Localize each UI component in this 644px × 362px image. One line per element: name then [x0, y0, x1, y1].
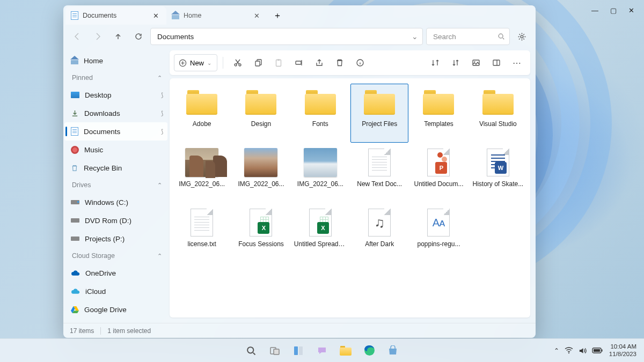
icloud-icon	[71, 289, 80, 294]
tray-chevron-icon[interactable]: ⌃	[554, 347, 559, 354]
nav-refresh-button[interactable]	[130, 28, 147, 45]
new-button[interactable]: New⌄	[174, 54, 217, 71]
nav-back-button[interactable]	[69, 28, 86, 45]
volume-icon[interactable]	[579, 347, 587, 354]
taskbar-explorer[interactable]	[335, 341, 356, 361]
file-item[interactable]: XFocus Sessions	[232, 204, 290, 263]
folder-item[interactable]: Project Files	[350, 84, 408, 143]
new-tab-button[interactable]: ＋	[269, 8, 286, 24]
chevron-down-icon[interactable]: ⌄	[412, 32, 418, 41]
sidebar-item-music[interactable]: Music	[64, 141, 167, 159]
file-item[interactable]: XUntitled Spreads...	[291, 204, 349, 263]
file-item[interactable]: license.txt	[173, 204, 231, 263]
wifi-icon[interactable]	[565, 347, 573, 354]
file-item[interactable]: IMG_2022_06...	[232, 144, 290, 203]
nav-up-button[interactable]	[109, 28, 127, 45]
sidebar-section-pinned[interactable]: Pinned⌃	[64, 70, 167, 86]
folder-item[interactable]: Adobe	[173, 84, 231, 143]
taskbar-edge[interactable]	[359, 341, 379, 361]
nav-forward-button[interactable]	[89, 28, 106, 45]
taskbar-store[interactable]	[383, 341, 403, 361]
folder-item[interactable]: Visual Studio	[469, 84, 527, 143]
sidebar-section-drives[interactable]: Drives⌃	[64, 177, 167, 193]
search-input[interactable]: Search	[426, 28, 510, 45]
tab-close-button[interactable]: ✕	[151, 11, 160, 20]
file-item[interactable]: New Text Doc...	[350, 144, 408, 203]
tab-close-button[interactable]: ✕	[252, 11, 261, 20]
sidebar-item-recyclebin[interactable]: Recycle Bin	[64, 159, 167, 177]
window-minimize-button[interactable]: —	[591, 6, 598, 14]
cut-button[interactable]	[229, 54, 247, 72]
taskbar-widgets[interactable]	[288, 341, 309, 361]
taskbar-chat[interactable]	[312, 341, 332, 361]
separator	[100, 327, 101, 335]
window-close-button[interactable]: ✕	[628, 6, 634, 14]
tab-home[interactable]: Home ✕	[166, 6, 267, 25]
svg-point-5	[239, 64, 241, 66]
sort-button[interactable]	[426, 54, 444, 72]
item-label: Focus Sessions	[238, 240, 284, 248]
svg-rect-22	[594, 349, 600, 352]
file-item[interactable]: IMG_2022_06...	[291, 144, 349, 203]
preview-pane-button[interactable]	[467, 54, 485, 72]
file-item[interactable]: PUntitled Docum...	[409, 144, 467, 203]
file-item[interactable]: WHistory of Skate...	[469, 144, 527, 203]
file-item[interactable]: IMG_2022_06...	[173, 144, 231, 203]
more-button[interactable]: ⋯	[508, 54, 526, 72]
rename-button[interactable]	[290, 54, 308, 72]
sidebar-item-downloads[interactable]: Downloads⟆	[64, 104, 167, 122]
nav-toolbar: Documents ⌄ Search	[63, 26, 536, 50]
sidebar-item-onedrive[interactable]: OneDrive	[64, 264, 167, 282]
tab-label: Documents	[83, 12, 116, 19]
taskbar-search[interactable]	[241, 341, 261, 361]
delete-button[interactable]	[331, 54, 349, 72]
folder-item[interactable]: Design	[232, 84, 290, 143]
folder-item[interactable]: Fonts	[291, 84, 349, 143]
item-label: New Text Doc...	[357, 180, 402, 188]
window-maximize-button[interactable]: ▢	[610, 6, 617, 14]
file-item[interactable]: After Dark	[350, 204, 408, 263]
status-item-count: 17 items	[70, 327, 94, 335]
separator	[223, 57, 223, 69]
sidebar-item-documents[interactable]: Documents⟆	[64, 122, 167, 141]
sidebar-item-googledrive[interactable]: Google Drive	[64, 300, 167, 319]
pin-icon[interactable]: ⟆	[161, 110, 163, 117]
taskbar-taskview[interactable]	[265, 341, 285, 361]
paste-button[interactable]	[269, 54, 288, 72]
properties-button[interactable]	[351, 54, 369, 72]
tab-documents[interactable]: Documents ✕	[65, 6, 166, 25]
item-label: Project Files	[362, 120, 397, 128]
battery-icon[interactable]	[592, 348, 603, 353]
sidebar-item-drive-p[interactable]: Projects (P:)	[64, 230, 167, 248]
folder-icon	[363, 87, 396, 117]
item-label: IMG_2022_06...	[238, 180, 284, 188]
details-pane-button[interactable]	[487, 54, 506, 72]
pin-icon[interactable]: ⟆	[161, 128, 163, 135]
file-grid[interactable]: AdobeDesignFontsProject FilesTemplatesVi…	[170, 78, 530, 317]
svg-point-12	[474, 61, 475, 62]
chevron-up-icon: ⌃	[157, 75, 162, 82]
taskbar[interactable]: ⌃ 10:04 AM 11/8/2023	[0, 338, 644, 362]
settings-button[interactable]	[513, 28, 530, 45]
sidebar-home[interactable]: Home	[64, 51, 167, 70]
item-label: Adobe	[193, 120, 211, 128]
file-item[interactable]: poppins-regu...	[409, 204, 467, 263]
sidebar-section-network[interactable]: Network⌄	[64, 319, 167, 323]
folder-item[interactable]: Templates	[409, 84, 467, 143]
titlebar[interactable]: Documents ✕ Home ✕ ＋	[63, 5, 536, 26]
address-bar[interactable]: Documents ⌄	[150, 28, 423, 45]
pin-icon[interactable]: ⟆	[161, 92, 163, 99]
item-label: Untitled Spreads...	[294, 240, 347, 248]
copy-button[interactable]	[249, 54, 267, 72]
view-button[interactable]	[447, 54, 465, 72]
sidebar-item-icloud[interactable]: iCloud	[64, 282, 167, 300]
system-tray[interactable]: ⌃ 10:04 AM 11/8/2023	[554, 343, 644, 358]
svg-rect-7	[276, 60, 281, 67]
share-button[interactable]	[310, 54, 328, 72]
sidebar-item-drive-c[interactable]: Windows (C:)	[64, 193, 167, 211]
sidebar-item-drive-d[interactable]: DVD Rom (D:)	[64, 211, 167, 230]
folder-icon	[422, 87, 455, 117]
trash-icon	[71, 164, 78, 172]
sidebar-item-desktop[interactable]: Desktop⟆	[64, 86, 167, 104]
sidebar-section-cloud[interactable]: Cloud Storage⌃	[64, 248, 167, 264]
